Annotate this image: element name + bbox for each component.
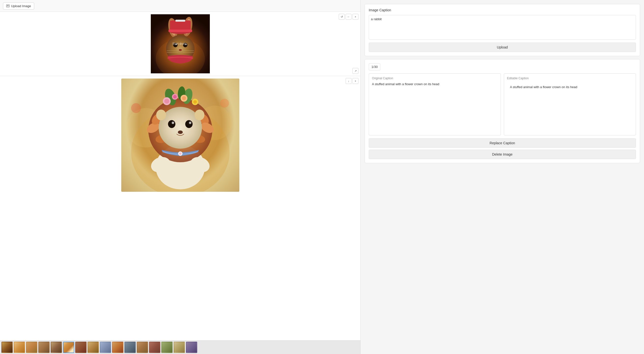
- image-controls-top: ↺ ← ×: [339, 14, 358, 20]
- svg-rect-11: [176, 20, 185, 22]
- lion-image-section: ↓ ×: [0, 76, 360, 340]
- thumbnail-13[interactable]: [149, 342, 160, 353]
- thumbnail-4[interactable]: [38, 342, 50, 353]
- svg-point-13: [173, 43, 178, 47]
- expand-button[interactable]: ↗: [352, 68, 358, 74]
- page-counter: 1/30: [369, 63, 380, 70]
- thumbnail-2[interactable]: [14, 342, 25, 353]
- svg-point-49: [168, 120, 176, 128]
- upload-caption-section: Image Caption a rabbit Upload: [364, 4, 640, 56]
- original-caption-label: Original Caption: [372, 77, 498, 80]
- svg-rect-10: [168, 30, 192, 32]
- editable-caption-box: Editable Caption A stuffed animal with a…: [504, 73, 636, 135]
- svg-point-36: [182, 96, 186, 100]
- right-actions: Replace Caption Delete Image: [369, 138, 636, 159]
- upload-button[interactable]: Upload: [369, 43, 636, 52]
- svg-point-16: [185, 44, 187, 45]
- left-panel: Upload Image ↺ ← × ↗: [0, 0, 360, 354]
- editable-caption-textarea[interactable]: A stuffed animal with a flower crown on …: [507, 82, 633, 131]
- reset-button[interactable]: ↺: [339, 14, 345, 20]
- thumbnail-16[interactable]: [186, 342, 197, 353]
- thumbnail-10[interactable]: [112, 342, 124, 353]
- rabbit-svg: [151, 14, 210, 73]
- captions-row: Original Caption A stuffed animal with a…: [369, 73, 636, 135]
- thumbnail-11[interactable]: [124, 342, 136, 353]
- thumbnail-3[interactable]: [26, 342, 38, 353]
- svg-point-50: [185, 120, 192, 128]
- svg-point-57: [179, 152, 182, 155]
- right-panel: Image Caption a rabbit Upload 1/30 Origi…: [360, 0, 644, 354]
- image-caption-label: Image Caption: [369, 8, 636, 12]
- thumbnail-5[interactable]: [51, 342, 62, 353]
- svg-point-34: [164, 99, 169, 104]
- svg-point-38: [173, 95, 176, 99]
- original-caption-text: A stuffed animal with a flower crown on …: [372, 82, 498, 86]
- svg-point-26: [131, 103, 141, 113]
- rabbit-image: Start draw...: [151, 14, 210, 73]
- svg-point-14: [183, 43, 188, 47]
- upload-image-button[interactable]: Upload Image: [3, 3, 34, 10]
- thumbnail-6-active[interactable]: [63, 342, 74, 353]
- close-top-button[interactable]: ×: [352, 14, 358, 20]
- image-caption-input[interactable]: a rabbit: [369, 15, 636, 40]
- rabbit-image-section: ↺ ← × ↗: [0, 12, 360, 76]
- download-button[interactable]: ↓: [346, 78, 352, 84]
- svg-point-15: [176, 44, 177, 45]
- svg-point-52: [189, 122, 192, 124]
- thumbnail-7[interactable]: [75, 342, 86, 353]
- lion-svg: [121, 79, 239, 192]
- delete-image-button[interactable]: Delete Image: [369, 150, 636, 159]
- thumbnail-12[interactable]: [137, 342, 148, 353]
- upload-section-top: Upload Image: [0, 0, 360, 12]
- svg-point-27: [220, 99, 229, 108]
- editable-caption-label: Editable Caption: [507, 77, 633, 80]
- svg-point-51: [172, 122, 174, 124]
- caption-editing-section: 1/30 Original Caption A stuffed animal w…: [364, 59, 640, 163]
- canvas-area: ↺ ← × ↗: [0, 12, 360, 354]
- svg-point-40: [193, 100, 197, 104]
- thumbnail-9[interactable]: [100, 342, 111, 353]
- thumbnail-8[interactable]: [88, 342, 99, 353]
- image-controls-bottom: ↓ ×: [346, 78, 358, 84]
- svg-point-17: [179, 49, 182, 51]
- svg-point-53: [178, 131, 183, 134]
- lion-image: [121, 79, 239, 192]
- close-bottom-button[interactable]: ×: [352, 78, 358, 84]
- thumbnail-strip: [0, 340, 360, 354]
- back-button[interactable]: ←: [346, 14, 352, 20]
- svg-point-54: [156, 110, 166, 120]
- original-caption-box: Original Caption A stuffed animal with a…: [369, 73, 501, 135]
- svg-point-55: [194, 110, 204, 120]
- thumbnail-14[interactable]: [161, 342, 173, 353]
- replace-caption-button[interactable]: Replace Caption: [369, 138, 636, 148]
- thumbnail-15[interactable]: [174, 342, 185, 353]
- upload-icon: [6, 5, 10, 8]
- thumbnail-1[interactable]: [2, 342, 13, 353]
